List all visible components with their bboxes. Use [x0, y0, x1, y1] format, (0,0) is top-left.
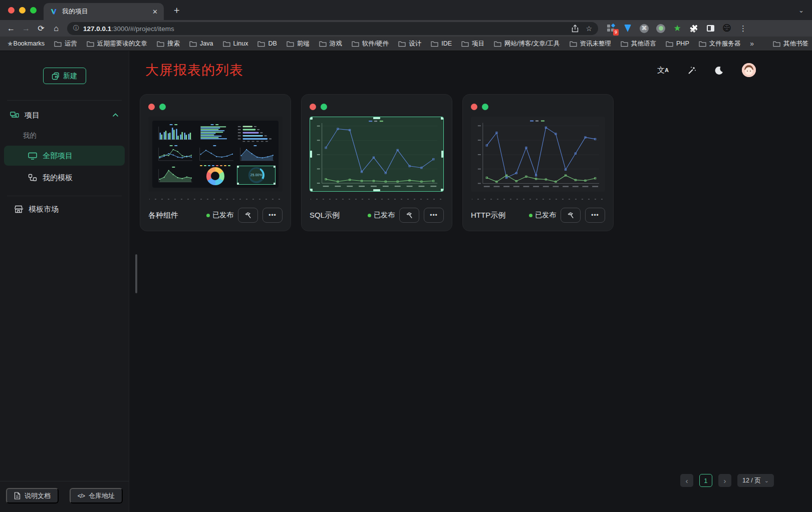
edit-hammer-button[interactable] — [238, 208, 258, 223]
folder-icon — [431, 41, 438, 47]
docs-button[interactable]: 说明文档 — [6, 488, 59, 503]
zoom-window-button[interactable] — [30, 7, 37, 14]
bookmarks-manager[interactable]: ★ Bookmarks — [7, 40, 45, 48]
gauge-ring: 25.00% — [248, 167, 264, 183]
sidebar-item-template-market[interactable]: 模板市场 — [4, 199, 125, 219]
page-header: 大屏报表的列表 文A — [140, 58, 812, 82]
bookmark-folder[interactable]: 运营 — [54, 40, 77, 48]
chevron-down-icon: ⌄ — [764, 477, 769, 484]
project-thumbnail[interactable]: 25.00% — [148, 117, 283, 192]
recorder-extension-icon[interactable] — [656, 24, 666, 34]
bookmark-folder[interactable]: 近期需要读的文章 — [87, 40, 147, 48]
my-templates-label: 我的模板 — [43, 173, 73, 183]
dotted-strip — [149, 197, 282, 201]
new-tab-button[interactable]: ＋ — [172, 4, 181, 17]
mini-chart-area — [155, 165, 194, 185]
bookmark-folder[interactable]: IDE — [431, 40, 452, 47]
repository-label: 仓库地址 — [89, 491, 115, 500]
mini-chart-donut — [196, 165, 235, 185]
bookmark-star-icon[interactable]: ☆ — [586, 25, 592, 33]
more-options-button[interactable]: ••• — [262, 208, 283, 223]
language-toggle-icon[interactable]: 文A — [657, 66, 669, 75]
minimize-window-button[interactable] — [19, 7, 26, 14]
status-badge: 已发布 — [368, 211, 395, 220]
site-info-icon[interactable]: ⓘ — [73, 24, 79, 33]
extensions-row: 9 ⌘ ★ 🧩 😄 ⋮ — [602, 24, 751, 34]
monitor-icon — [28, 152, 37, 160]
close-window-button[interactable] — [8, 7, 15, 14]
project-thumbnail-selected[interactable] — [310, 117, 444, 192]
repository-button[interactable]: </> 仓库地址 — [70, 488, 123, 503]
scrollbar-thumb[interactable] — [135, 254, 137, 293]
template-market-label: 模板市场 — [29, 205, 59, 214]
share-icon[interactable] — [572, 25, 579, 33]
bookmark-folder[interactable]: 项目 — [461, 40, 484, 48]
card-footer: SQL示例 已发布 ••• — [310, 208, 444, 223]
other-bookmarks[interactable]: 其他书签 — [773, 40, 808, 48]
address-bar[interactable]: ⓘ 127.0.0.1:3000/#/project/items ☆ — [67, 22, 598, 35]
project-thumbnail[interactable] — [471, 117, 605, 192]
green-star-extension-icon[interactable]: ★ — [672, 24, 682, 34]
tab-close-icon[interactable]: ✕ — [152, 8, 158, 16]
edit-hammer-button[interactable] — [561, 208, 581, 223]
command-extension-icon[interactable]: ⌘ — [639, 24, 649, 34]
more-options-button[interactable]: ••• — [424, 208, 444, 223]
url-host: 127.0.0.1 — [83, 25, 111, 33]
extensions-puzzle-icon[interactable]: 🧩 — [689, 24, 699, 34]
back-button[interactable]: ← — [4, 22, 18, 35]
folder-icon — [319, 41, 327, 47]
bookmark-folder[interactable]: 文件服务器 — [699, 40, 741, 48]
edit-hammer-button[interactable] — [399, 208, 419, 223]
bookmark-folder[interactable]: 搜索 — [157, 40, 180, 48]
dark-mode-moon-icon[interactable] — [714, 66, 724, 75]
prev-page-button[interactable]: ‹ — [680, 474, 693, 487]
user-avatar[interactable] — [742, 63, 756, 77]
bookmark-folder[interactable]: 软件/硬件 — [352, 40, 389, 48]
bookmark-folder[interactable]: 设计 — [398, 40, 421, 48]
more-options-button[interactable]: ••• — [585, 208, 605, 223]
sidebar-section-project[interactable]: 项目 — [0, 104, 129, 127]
profile-avatar-icon[interactable]: 😄 — [722, 24, 732, 34]
window-controls[interactable] — [8, 7, 37, 14]
vue-devtools-icon[interactable] — [623, 24, 633, 34]
bookmark-folder[interactable]: 其他语言 — [621, 40, 656, 48]
magic-wand-icon[interactable] — [687, 66, 696, 75]
bookmark-folder[interactable]: DB — [257, 40, 277, 47]
bookmark-folder[interactable]: 游戏 — [319, 40, 342, 48]
mini-chart-gauge: 25.00% — [236, 165, 276, 185]
page-size-select[interactable]: 12 / 页 ⌄ — [737, 474, 774, 487]
browser-tab[interactable]: 我的项目 ✕ — [44, 3, 164, 20]
tab-search-icon[interactable]: ⌄ — [798, 7, 804, 14]
sidebar-item-all-projects[interactable]: 全部项目 — [4, 146, 125, 166]
new-project-label: 新建 — [63, 72, 77, 81]
current-page-button[interactable]: 1 — [699, 474, 712, 487]
bookmarks-label: Bookmarks — [14, 40, 45, 47]
bookmark-folder[interactable]: Linux — [223, 40, 248, 47]
home-button[interactable]: ⌂ — [49, 22, 63, 35]
bookmark-folder[interactable]: 网站/博客/文章/工具 — [494, 40, 560, 48]
sidebar-item-my-templates[interactable]: 我的模板 — [4, 168, 125, 188]
bookmark-folder[interactable]: Java — [189, 40, 213, 47]
side-panel-icon[interactable] — [705, 24, 715, 34]
bookmark-folder[interactable]: PHP — [666, 40, 689, 47]
forward-button[interactable]: → — [19, 22, 33, 35]
new-project-button[interactable]: 新建 — [43, 68, 86, 84]
project-card[interactable]: 25.00% 各种组件 已发布 — [140, 94, 291, 231]
extension-grid-icon[interactable]: 9 — [606, 24, 616, 34]
project-card[interactable]: SQL示例 已发布 ••• — [301, 94, 452, 231]
line-chart-preview — [310, 117, 443, 191]
bookmarks-overflow-icon[interactable]: » — [750, 40, 754, 48]
dotted-strip — [472, 197, 604, 201]
reload-button[interactable]: ⟳ — [34, 22, 48, 35]
bookmark-folder[interactable]: 前端 — [287, 40, 310, 48]
section-project-label: 项目 — [25, 111, 40, 120]
project-card[interactable]: HTTP示例 已发布 ••• — [462, 94, 614, 231]
chevron-up-icon[interactable] — [112, 113, 119, 117]
status-label: 已发布 — [374, 211, 395, 220]
status-badge: 已发布 — [529, 211, 556, 220]
browser-menu-icon[interactable]: ⋮ — [739, 24, 747, 33]
all-projects-label: 全部项目 — [43, 151, 73, 161]
line-chart-preview — [471, 117, 605, 192]
bookmark-folder[interactable]: 资讯未整理 — [570, 40, 612, 48]
next-page-button[interactable]: › — [718, 474, 731, 487]
